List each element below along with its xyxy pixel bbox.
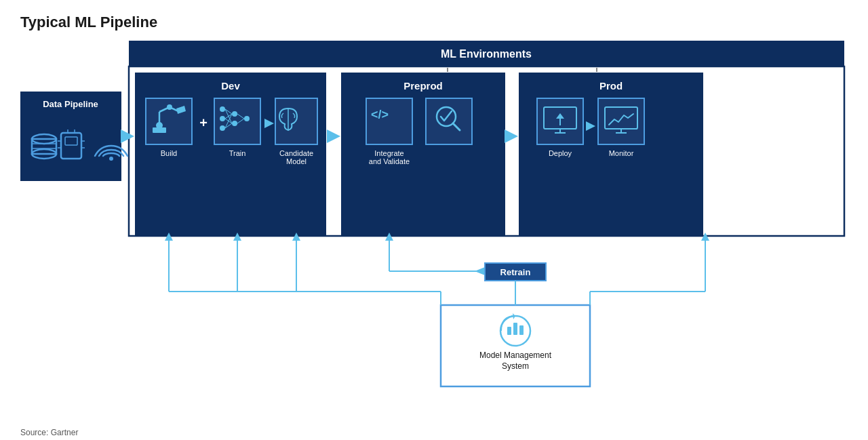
nn-node6 <box>244 116 250 121</box>
arrow-preprod-to-prod <box>505 129 518 143</box>
candidate-model-label1: Candidate <box>279 149 313 157</box>
build-joint <box>167 104 172 110</box>
model-mgmt-label1: Model Management <box>479 351 552 360</box>
retrain-label: Retrain <box>500 267 531 277</box>
model-mgmt-label2: System <box>502 361 529 371</box>
model-circ-arrow <box>513 313 515 319</box>
prod-label: Prod <box>599 80 623 92</box>
validate-box <box>426 98 472 144</box>
model-bar3 <box>519 325 524 335</box>
deploy-label: Deploy <box>549 149 572 157</box>
train-box <box>214 98 260 144</box>
integrate-label1: Integrate <box>374 149 403 157</box>
preprod-label: Preprod <box>403 80 443 92</box>
nn-node5 <box>232 121 237 126</box>
nn-node1 <box>220 106 225 112</box>
ml-environments-label: ML Environments <box>441 48 532 60</box>
plus-sign: + <box>199 115 208 130</box>
nn-node4 <box>232 111 237 117</box>
monitor-label: Monitor <box>609 149 634 157</box>
arrow-dev-to-preprod <box>327 129 340 143</box>
build-label: Build <box>161 149 177 157</box>
dev-label: Dev <box>221 80 240 92</box>
main-diagram: ML Environments Data Pipeline Dev <box>20 41 848 400</box>
source-text: Source: Gartner <box>20 428 848 437</box>
build-foot <box>153 127 166 133</box>
nn-node3 <box>220 125 225 131</box>
diagram-container: ML Environments Data Pipeline Dev <box>20 41 848 417</box>
integrate-box <box>366 98 412 144</box>
model-bar1 <box>507 327 511 335</box>
code-bracket-left: </> <box>371 108 389 121</box>
page-title: Typical ML Pipeline <box>20 14 848 31</box>
model-bar2 <box>513 323 517 335</box>
candidate-model-label2: Model <box>286 157 307 165</box>
arrow-dp-to-dev <box>121 129 134 143</box>
retrain-arrowhead <box>475 267 485 275</box>
train-label: Train <box>229 149 246 157</box>
data-pipeline-label: Data Pipeline <box>43 99 98 109</box>
integrate-label2: and Validate <box>369 157 410 165</box>
wifi-dot <box>109 157 113 161</box>
nn-node2 <box>220 116 225 121</box>
